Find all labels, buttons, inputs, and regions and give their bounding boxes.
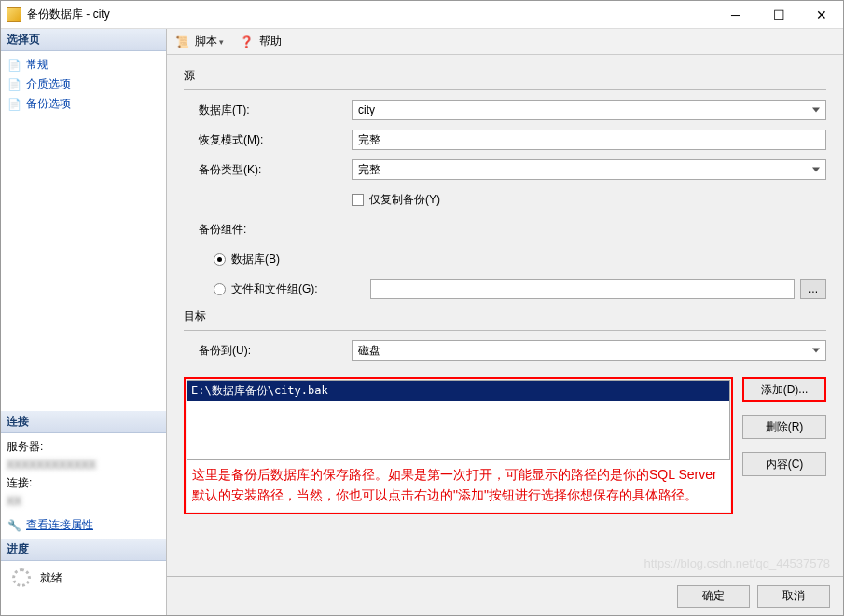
- view-props-link: 查看连接属性: [26, 517, 93, 533]
- connection-value: XX: [1, 493, 166, 510]
- select-page-header: 选择页: [1, 29, 166, 51]
- component-label: 备份组件:: [184, 222, 352, 238]
- files-field: [370, 279, 795, 299]
- server-value: XXXXXXXXXXXX: [1, 457, 166, 473]
- backup-to-combo[interactable]: 磁盘: [352, 340, 826, 361]
- add-button[interactable]: 添加(D)...: [742, 377, 826, 402]
- sidebar: 选择页 📄 常规 📄 介质选项 📄 备份选项 连接 服务器: XXXXXXXXX…: [1, 29, 167, 615]
- window-title: 备份数据库 - city: [27, 7, 714, 22]
- sidebar-item-media[interactable]: 📄 介质选项: [1, 75, 166, 94]
- content-area: 源 数据库(T): city 恢复模式(M): 完整 备份类型(K): 完整: [167, 55, 843, 576]
- database-label: 数据库(T):: [184, 103, 352, 118]
- destination-highlight-box: E:\数据库备份\city.bak 这里是备份后数据库的保存路径。如果是第一次打…: [184, 377, 733, 514]
- files-browse-button[interactable]: ...: [800, 279, 826, 299]
- titlebar: 备份数据库 - city ─ ☐ ✕: [1, 1, 843, 29]
- contents-button[interactable]: 内容(C): [742, 452, 826, 476]
- copy-only-label: 仅复制备份(Y): [369, 192, 440, 208]
- properties-icon: 🔧: [7, 518, 21, 533]
- script-icon: 📜: [174, 34, 189, 49]
- divider: [184, 89, 826, 90]
- backup-type-label: 备份类型(K):: [184, 162, 352, 178]
- help-button[interactable]: 帮助: [259, 34, 282, 49]
- help-icon: ❓: [239, 34, 254, 49]
- annotation-text: 这里是备份后数据库的保存路径。如果是第一次打开，可能显示的路径的是你的SQL S…: [187, 460, 730, 512]
- backup-type-combo[interactable]: 完整: [352, 159, 826, 180]
- component-database-radio[interactable]: [214, 253, 226, 266]
- connection-label: 连接:: [1, 473, 166, 493]
- ok-button[interactable]: 确定: [677, 585, 750, 608]
- backup-to-label: 备份到(U):: [184, 343, 352, 359]
- dest-group-label: 目标: [184, 308, 826, 324]
- recovery-label: 恢复模式(M):: [184, 132, 352, 148]
- view-connection-props[interactable]: 🔧 查看连接属性: [1, 515, 166, 535]
- cancel-button[interactable]: 取消: [757, 585, 830, 608]
- connection-header: 连接: [1, 411, 166, 433]
- recovery-field: 完整: [352, 130, 826, 150]
- copy-only-checkbox[interactable]: [352, 194, 364, 206]
- watermark: https://blog.csdn.net/qq_44537578: [644, 556, 831, 570]
- progress-header: 进度: [1, 539, 166, 561]
- destination-list[interactable]: E:\数据库备份\city.bak: [187, 380, 730, 460]
- sidebar-item-label: 介质选项: [26, 76, 71, 92]
- sidebar-item-backup-opts[interactable]: 📄 备份选项: [1, 94, 166, 114]
- destination-item[interactable]: E:\数据库备份\city.bak: [187, 381, 729, 401]
- maximize-button[interactable]: ☐: [757, 1, 800, 28]
- page-icon: 📄: [7, 58, 21, 73]
- main-panel: 📜 脚本 ❓ 帮助 源 数据库(T): city 恢复模式(M): 完整 备份类…: [167, 29, 843, 615]
- sidebar-item-label: 备份选项: [26, 96, 71, 112]
- window-buttons: ─ ☐ ✕: [714, 1, 843, 28]
- component-files-radio[interactable]: [214, 283, 226, 295]
- sidebar-item-general[interactable]: 📄 常规: [1, 55, 166, 75]
- component-database-label: 数据库(B): [231, 252, 280, 267]
- close-button[interactable]: ✕: [800, 1, 843, 28]
- server-label: 服务器:: [1, 437, 166, 457]
- component-files-label: 文件和文件组(G):: [231, 281, 318, 297]
- sidebar-item-label: 常规: [26, 57, 48, 73]
- page-icon: 📄: [7, 77, 21, 92]
- divider: [184, 330, 826, 331]
- toolbar: 📜 脚本 ❓ 帮助: [167, 29, 843, 55]
- progress-status: 就绪: [40, 570, 62, 586]
- progress-spinner-icon: [12, 568, 31, 587]
- database-icon: [7, 7, 21, 22]
- source-group-label: 源: [184, 68, 826, 84]
- script-button[interactable]: 脚本: [195, 34, 224, 49]
- page-icon: 📄: [7, 97, 21, 112]
- remove-button[interactable]: 删除(R): [742, 415, 826, 439]
- database-combo[interactable]: city: [352, 100, 826, 120]
- dialog-footer: 确定 取消: [167, 576, 843, 615]
- minimize-button[interactable]: ─: [714, 1, 757, 28]
